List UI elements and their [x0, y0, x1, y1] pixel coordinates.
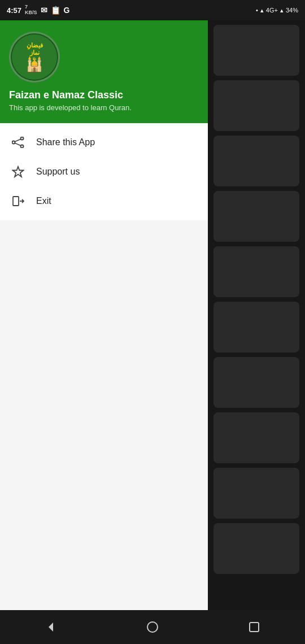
svg-line-4 [15, 143, 21, 146]
logo-urdu-text: فیضانِنماز [27, 42, 43, 56]
app-title: Faizan e Namaz Classic [9, 89, 199, 101]
share-icon [11, 136, 25, 149]
clipboard-icon: 📋 [51, 6, 60, 15]
svg-point-2 [12, 141, 15, 144]
menu-item-support[interactable]: Support us [0, 157, 208, 186]
navigation-bar [0, 610, 305, 644]
wifi-icon: ▴ [260, 7, 264, 14]
home-button[interactable] [138, 616, 167, 638]
signal-icon: ▴ [280, 7, 284, 14]
svg-rect-10 [250, 623, 259, 632]
recents-button[interactable] [240, 616, 268, 638]
notification-dot: • [256, 7, 258, 14]
back-button[interactable] [37, 616, 65, 638]
g-icon: G [64, 6, 70, 15]
time-display: 4:57 [7, 6, 21, 15]
drawer-menu: Share this App Support us Exit [0, 123, 208, 220]
notification-icon: ✉ [41, 6, 47, 15]
status-time-area: 4:57 7KB/S ✉ 📋 G [7, 5, 69, 16]
menu-item-share[interactable]: Share this App [0, 128, 208, 157]
menu-item-exit[interactable]: Exit [0, 186, 208, 216]
svg-point-1 [21, 145, 24, 148]
status-right-icons: • ▴ 4G+ ▴ 34% [256, 7, 298, 14]
exit-icon [11, 194, 25, 208]
data-speed: 7KB/S [25, 5, 37, 16]
svg-marker-8 [49, 623, 53, 632]
app-logo: فیضانِنماز 🕌 [9, 32, 60, 82]
logo-mosque-icon: 🕌 [26, 56, 43, 72]
app-description: This app is developed to learn Quran. [9, 103, 199, 112]
share-label: Share this App [36, 137, 95, 147]
drawer-header: فیضانِنماز 🕌 Faizan e Namaz Classic This… [0, 20, 208, 123]
logo-inner: فیضانِنماز 🕌 [12, 34, 57, 80]
status-bar: 4:57 7KB/S ✉ 📋 G • ▴ 4G+ ▴ 34% [0, 0, 305, 20]
star-icon [11, 165, 25, 179]
exit-label: Exit [36, 196, 51, 206]
network-icon: 4G+ [266, 7, 278, 14]
support-label: Support us [36, 167, 80, 177]
svg-marker-5 [13, 167, 24, 177]
svg-point-9 [147, 622, 158, 632]
battery-icon: 34% [286, 7, 298, 14]
svg-line-3 [15, 139, 21, 142]
svg-rect-6 [13, 197, 19, 206]
svg-point-0 [21, 137, 24, 140]
drawer-scrim[interactable] [208, 20, 305, 610]
navigation-drawer: فیضانِنماز 🕌 Faizan e Namaz Classic This… [0, 20, 208, 610]
